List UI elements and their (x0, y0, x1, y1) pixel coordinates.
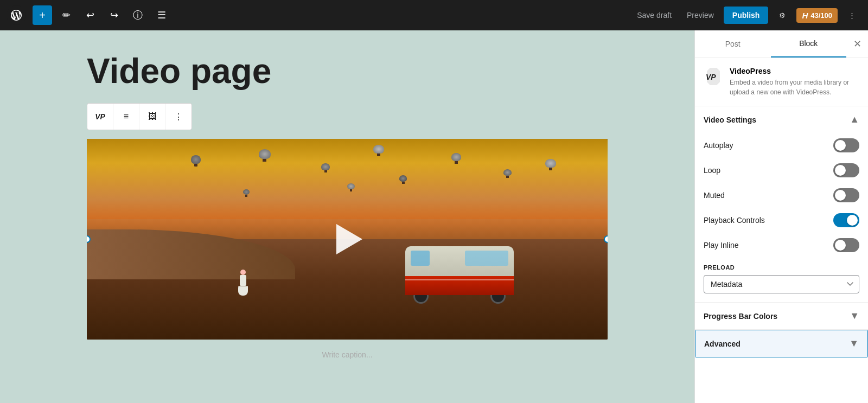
more-options-button[interactable]: ⋮ (842, 5, 861, 25)
advanced-title: Advanced (704, 340, 741, 348)
tab-block[interactable]: Block (771, 30, 847, 57)
align-block-button[interactable]: ≡ (113, 104, 139, 130)
loop-row: Loop (695, 158, 868, 183)
van (405, 246, 514, 304)
video-settings-header[interactable]: Video Settings ▲ (695, 106, 868, 133)
preview-button[interactable]: Preview (681, 8, 719, 23)
play-icon (336, 224, 362, 254)
hashinger-score: 43/100 (810, 11, 832, 20)
collapse-icon: ▲ (850, 114, 859, 125)
muted-row: Muted (695, 183, 868, 208)
info-icon: ⓘ (133, 9, 143, 22)
editor-area: Video page VP ≡ 🖼 ⋮ (0, 30, 694, 403)
toolbar-right: Save draft Preview Publish ⚙ H 43/100 ⋮ (631, 5, 861, 25)
balloon-8 (545, 159, 556, 173)
sidebar-header: Post Block ✕ (695, 30, 868, 58)
autoplay-thumb (835, 140, 846, 151)
tab-post[interactable]: Post (695, 31, 771, 57)
autoplay-row: Autoplay (695, 133, 868, 158)
gear-icon: ⚙ (779, 11, 786, 20)
editor-content: Video page VP ≡ 🖼 ⋮ (87, 52, 608, 363)
person (238, 270, 248, 299)
advanced-expand-icon: ▼ (849, 338, 859, 349)
progress-bar-colors-panel: Progress Bar Colors ▼ (695, 303, 868, 330)
play-inline-row: Play Inline (695, 233, 868, 258)
sidebar: Post Block ✕ VP VideoPress Embed a video… (694, 30, 868, 403)
wordpress-icon (10, 9, 23, 22)
video-settings-panel: Video Settings ▲ Autoplay Loop Muted (695, 106, 868, 303)
advanced-panel: Advanced ▼ (695, 330, 868, 357)
playback-controls-row: Playback Controls (695, 208, 868, 233)
settings-button[interactable]: ⚙ (773, 5, 792, 25)
media-block-button[interactable]: 🖼 (139, 104, 165, 130)
info-button[interactable]: ⓘ (128, 5, 148, 25)
playback-controls-thumb (847, 215, 858, 226)
list-icon: ☰ (157, 9, 166, 21)
play-inline-label: Play Inline (704, 241, 739, 250)
save-draft-button[interactable]: Save draft (631, 8, 677, 23)
dots-icon: ⋮ (174, 112, 183, 122)
loop-label: Loop (704, 166, 720, 175)
edit-button[interactable]: ✏ (56, 5, 76, 25)
playback-controls-label: Playback Controls (704, 216, 765, 225)
block-title: VideoPress (730, 67, 859, 75)
balloon-3 (321, 163, 330, 174)
advanced-header[interactable]: Advanced ▼ (695, 330, 867, 357)
video-thumbnail (87, 139, 608, 340)
edit-icon: ✏ (62, 9, 71, 21)
add-icon: + (39, 9, 46, 22)
more-block-button[interactable]: ⋮ (165, 104, 192, 130)
image-icon: 🖼 (148, 112, 157, 121)
muted-toggle[interactable] (833, 188, 859, 202)
list-view-button[interactable]: ☰ (152, 5, 171, 25)
video-settings-title: Video Settings (704, 116, 756, 124)
vp-block-button[interactable]: VP (87, 104, 113, 130)
muted-thumb (835, 190, 846, 201)
preload-select[interactable]: None Metadata Auto (704, 275, 859, 293)
progress-bar-header[interactable]: Progress Bar Colors ▼ (695, 303, 868, 329)
top-toolbar: + ✏ ↩ ↪ ⓘ ☰ Save draft Preview Publish ⚙… (0, 0, 868, 30)
vp-icon: VP (95, 112, 105, 121)
wp-logo[interactable] (7, 5, 26, 25)
loop-toggle[interactable] (833, 163, 859, 177)
close-icon: ✕ (853, 38, 861, 50)
hashinger-badge[interactable]: H 43/100 (796, 8, 838, 23)
svg-text:VP: VP (706, 73, 716, 81)
autoplay-label: Autoplay (704, 141, 733, 150)
autoplay-toggle[interactable] (833, 138, 859, 152)
publish-button[interactable]: Publish (724, 7, 769, 24)
balloon-7 (503, 169, 512, 180)
expand-icon: ▼ (850, 310, 859, 322)
balloon-6 (451, 153, 461, 166)
resize-handle-right[interactable] (604, 235, 608, 243)
preload-label: PRELOAD (704, 264, 859, 271)
hashinger-icon: H (802, 11, 808, 20)
block-description: Embed a video from your media library or… (730, 78, 859, 97)
balloon-1 (191, 155, 201, 168)
play-inline-toggle[interactable] (833, 238, 859, 252)
block-info: VP VideoPress Embed a video from your me… (695, 58, 868, 106)
balloon-10 (347, 183, 355, 193)
align-icon: ≡ (124, 112, 129, 121)
redo-button[interactable]: ↪ (104, 5, 124, 25)
progress-bar-title: Progress Bar Colors (704, 312, 777, 321)
undo-icon: ↩ (86, 9, 94, 21)
muted-label: Muted (704, 191, 725, 200)
video-caption[interactable]: Write caption... (87, 346, 608, 363)
balloon-5 (399, 175, 407, 185)
play-inline-thumb (835, 240, 846, 251)
add-block-button[interactable]: + (33, 5, 52, 25)
block-toolbar: VP ≡ 🖼 ⋮ (87, 103, 192, 130)
more-icon: ⋮ (848, 11, 856, 20)
videopress-icon: VP (704, 67, 723, 86)
balloon-9 (243, 189, 250, 198)
redo-icon: ↪ (110, 9, 118, 21)
close-sidebar-button[interactable]: ✕ (846, 33, 868, 55)
main-layout: Video page VP ≡ 🖼 ⋮ (0, 30, 868, 403)
block-details: VideoPress Embed a video from your media… (730, 67, 859, 97)
play-button[interactable] (328, 220, 366, 258)
balloon-4 (373, 145, 384, 159)
playback-controls-toggle[interactable] (833, 213, 859, 227)
page-title[interactable]: Video page (87, 52, 608, 90)
undo-button[interactable]: ↩ (80, 5, 100, 25)
